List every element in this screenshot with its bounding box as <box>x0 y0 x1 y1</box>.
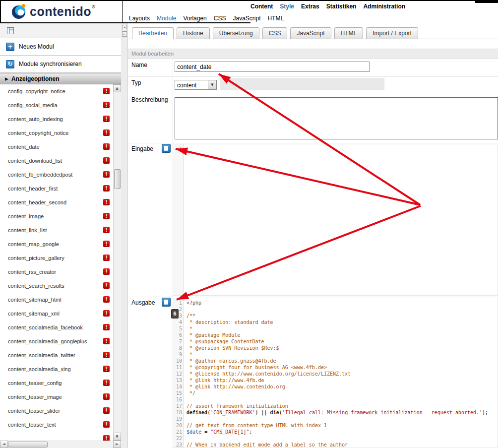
code-token: ) || <box>255 410 270 415</box>
module-name: content_socialmedia_googleplus <box>8 338 87 344</box>
module-list-item[interactable]: content_picture_gallery! <box>0 251 113 265</box>
code-token: * @link http://www.4fb.de <box>187 378 264 383</box>
module-list-item[interactable]: content_search_results! <box>0 279 113 293</box>
row-divider <box>128 94 498 94</box>
code-token: * <box>187 326 192 331</box>
beschreibung-textarea[interactable] <box>175 97 498 139</box>
module-list-item[interactable]: content_teaser_slider! <box>0 404 113 418</box>
code-token: <?php <box>187 300 201 306</box>
typ-select[interactable]: content ▼ <box>175 80 217 90</box>
tab-javascript[interactable]: JavaScript <box>290 27 331 39</box>
module-list-item[interactable]: content_link_list! <box>0 223 113 237</box>
module-list-item[interactable]: content_fb_embeddedpost! <box>0 168 113 182</box>
module-list-item[interactable]: content_map_google! <box>0 237 113 251</box>
line-number: 9 <box>173 351 182 358</box>
module-list-item[interactable]: content_header_first! <box>0 182 113 195</box>
sidebar-vertical-scrollbar[interactable]: ▲ ▼ <box>113 84 121 441</box>
module-name: content_socialmedia_facebook <box>8 324 83 330</box>
horizontal-scroll-thumb[interactable] <box>8 442 48 448</box>
vertical-scroll-thumb[interactable] <box>114 169 121 189</box>
code-token: 'Illegal call: Missing framework initial… <box>282 410 482 415</box>
sub-menu-item-css[interactable]: CSS <box>214 15 226 22</box>
sub-menu-item-html[interactable]: HTML <box>267 15 284 22</box>
line-number: 14 <box>173 384 182 390</box>
code-area[interactable] <box>184 144 498 295</box>
module-name: content_teaser_slider <box>8 408 60 414</box>
drag-count-badge: 6 <box>171 309 179 319</box>
scroll-down-icon[interactable]: ▼ <box>113 433 121 441</box>
sub-menu-item-vorlagen[interactable]: Vorlagen <box>183 15 206 22</box>
tab-historie[interactable]: Historie <box>177 27 210 39</box>
module-list-item[interactable]: content_teaser_text! <box>0 418 113 432</box>
tab-import-export[interactable]: Import / Export <box>366 27 418 39</box>
sync-modules-button[interactable]: ↻ Module synchronisieren <box>0 56 121 73</box>
frame-splitter[interactable]: ◄ ► <box>121 23 128 448</box>
module-list-item[interactable]: content_sitemap_html! <box>0 293 113 307</box>
module-list-item[interactable]: content_sitemap_xml! <box>0 307 113 320</box>
module-list-item[interactable]: content_date! <box>0 140 113 154</box>
scroll-right-icon[interactable]: ► <box>113 441 121 448</box>
module-list-item[interactable]: content_socialmedia_facebook! <box>0 320 113 334</box>
ausgabe-code-editor[interactable]: 1234567891011121314151617181920212223 <?… <box>173 298 498 448</box>
sub-menu-item-module[interactable]: Module <box>157 15 176 22</box>
beschreibung-label: Beschreibung <box>131 96 168 103</box>
splitter-collapse-icon[interactable]: ◄ <box>122 25 127 30</box>
module-list-item[interactable]: content_download_list! <box>0 154 113 168</box>
eingabe-code-editor[interactable]: 1 <box>173 144 498 296</box>
tab-html[interactable]: HTML <box>334 27 364 39</box>
module-list-item[interactable]: content_rss_creator! <box>0 265 113 279</box>
new-module-button[interactable]: + Neues Modul <box>0 38 121 56</box>
code-line: * @link http://www.4fb.de <box>187 377 498 384</box>
module-error-badge-icon: ! <box>103 129 110 136</box>
tab-übersetzung[interactable]: Übersetzung <box>213 27 259 39</box>
tab-bar: BearbeitenHistorieÜbersetzungCSSJavaScri… <box>129 27 498 39</box>
module-list-item[interactable]: content_header_second! <box>0 195 113 209</box>
sidebar-horizontal-scrollbar[interactable]: ◄ ► <box>0 441 121 448</box>
display-options-section[interactable]: ▶ Anzeigeoptionen <box>0 73 121 84</box>
module-list-item[interactable]: content_image! <box>0 209 113 223</box>
tab-css[interactable]: CSS <box>262 27 288 39</box>
module-list-item[interactable]: content_socialmedia_twitter! <box>0 348 113 362</box>
module-name: content_picture_gallery <box>8 255 64 261</box>
module-list-item[interactable]: ! <box>0 432 113 441</box>
line-number: 11 <box>173 364 182 371</box>
code-token: /** <box>187 313 195 319</box>
module-list-item[interactable]: content_socialmedia_xing! <box>0 362 113 376</box>
module-error-badge-icon: ! <box>103 435 110 441</box>
eingabe-editor-icon[interactable] <box>162 144 171 153</box>
module-error-badge-icon: ! <box>103 352 110 358</box>
module-list-item[interactable]: content_copyright_notice! <box>0 126 113 140</box>
module-list-item[interactable]: content_teaser_config! <box>0 376 113 390</box>
line-number: 17 <box>173 403 182 409</box>
module-list-item[interactable]: content_auto_indexing! <box>0 112 113 126</box>
module-list-item[interactable]: content_socialmedia_googleplus! <box>0 334 113 348</box>
module-error-badge-icon: ! <box>103 338 110 344</box>
module-error-badge-icon: ! <box>103 380 110 386</box>
tab-bearbeiten[interactable]: Bearbeiten <box>132 27 174 39</box>
module-error-badge-icon: ! <box>103 143 110 150</box>
line-number: 1 <box>173 146 182 152</box>
module-list-item[interactable]: config_copyright_notice! <box>0 84 113 98</box>
code-token: * @link http://www.contenido.org <box>187 384 285 389</box>
sub-menu-item-javascript[interactable]: JavaScript <box>233 15 260 22</box>
splitter-expand-icon[interactable]: ► <box>122 31 127 37</box>
frames-layout-icon[interactable] <box>7 27 14 34</box>
module-name: content_search_results <box>8 283 64 289</box>
typ-select-value: content <box>177 82 196 89</box>
module-list-item[interactable]: content_teaser_image! <box>0 390 113 404</box>
code-token: defined <box>187 410 207 415</box>
code-token: * <box>187 352 192 357</box>
module-name: content_header_first <box>8 186 58 192</box>
sub-menu-item-layouts[interactable]: Layouts <box>129 15 150 22</box>
code-area[interactable]: <?php/** * description: standard date * … <box>184 298 498 448</box>
module-name: content_date <box>8 144 40 150</box>
scroll-up-icon[interactable]: ▲ <box>113 84 121 92</box>
ausgabe-editor-icon[interactable] <box>162 298 171 307</box>
module-name-input[interactable] <box>175 62 370 72</box>
icon-glyph <box>164 146 168 151</box>
scroll-left-icon[interactable]: ◄ <box>0 441 8 448</box>
module-error-badge-icon: ! <box>103 310 110 317</box>
line-number: 8 <box>173 345 182 351</box>
contenido-logo: contenido ® <box>1 1 122 22</box>
module-list-item[interactable]: config_social_media! <box>0 98 113 112</box>
